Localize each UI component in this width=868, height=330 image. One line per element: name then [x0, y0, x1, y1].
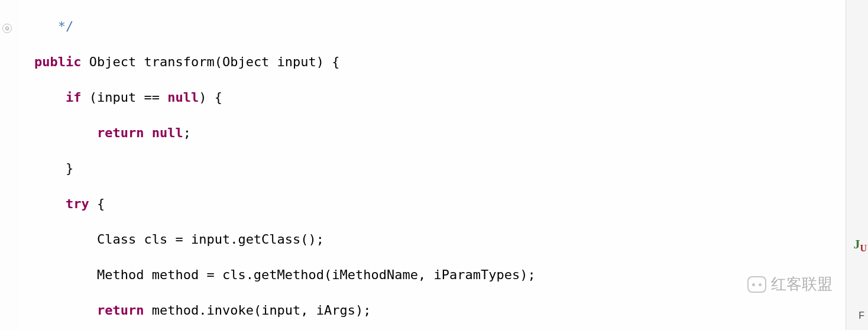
code-text: Method method = cls.getMethod(iMethodNam… [97, 267, 536, 282]
kw-null: null [167, 90, 199, 105]
junit-j: J [853, 237, 860, 251]
code-text: ) { [199, 90, 222, 105]
code-text: method.invoke(input, iArgs); [144, 303, 371, 318]
kw-null: null [152, 125, 183, 140]
kw-if: if [66, 90, 82, 105]
kw-public: public [34, 54, 81, 69]
code-line: */ [34, 18, 846, 35]
code-text: { [89, 196, 105, 211]
code-text: (input == [81, 90, 167, 105]
code-line: return null; [34, 124, 846, 142]
code-editor[interactable]: */ public Object transform(Object input)… [18, 0, 846, 330]
code-line: public Object transform(Object input) { [34, 53, 846, 71]
code-line: if (input == null) { [34, 89, 846, 106]
editor-gutter: ⊝ [0, 0, 18, 330]
junit-u: U [860, 243, 867, 253]
code-text: Class cls = input.getClass(); [97, 232, 324, 247]
code-line: try { [34, 195, 846, 213]
comment-text: */ [34, 19, 73, 34]
sidebar-letter: F [859, 310, 864, 321]
code-line: Method method = cls.getMethod(iMethodNam… [34, 266, 846, 284]
junit-icon[interactable]: JU [853, 237, 867, 254]
code-line: } [34, 160, 846, 177]
code-line: return method.invoke(input, iArgs); [34, 302, 846, 319]
watermark-text: 红客联盟 [771, 274, 833, 295]
code-text: ; [183, 125, 191, 140]
watermark: 红客联盟 [747, 274, 833, 295]
code-text: } [66, 161, 73, 176]
right-sidebar: JU F [846, 0, 868, 330]
wechat-icon [747, 276, 766, 293]
fold-toggle-icon[interactable]: ⊝ [2, 24, 12, 33]
kw-try: try [66, 196, 89, 211]
code-line: Class cls = input.getClass(); [34, 231, 846, 248]
kw-return: return [97, 303, 144, 318]
code-text: Object transform(Object input) { [81, 54, 339, 69]
kw-return: return [97, 125, 144, 140]
